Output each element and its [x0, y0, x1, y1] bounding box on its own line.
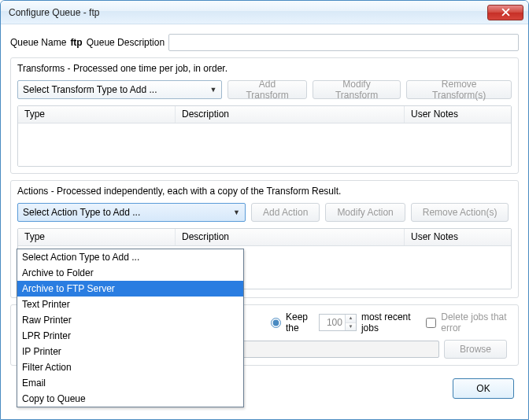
transforms-group: Transforms - Processed one time per job,… — [10, 57, 519, 174]
col-type[interactable]: Type — [18, 106, 176, 123]
transforms-table-body — [18, 123, 511, 167]
delete-error-checkbox[interactable] — [426, 318, 436, 328]
dropdown-option[interactable]: Filter Action — [17, 359, 243, 375]
transform-type-combo[interactable]: Select Transform Type to Add ... ▼ — [17, 80, 222, 99]
col-user-notes[interactable]: User Notes — [405, 229, 511, 245]
dropdown-option[interactable]: Select Action Type to Add ... — [17, 249, 243, 265]
modify-action-button[interactable]: Modify Action — [325, 203, 405, 222]
transform-type-combo-text: Select Transform Type to Add ... — [23, 84, 157, 95]
dropdown-option[interactable]: Email — [17, 375, 243, 391]
spinner-up-icon[interactable]: ▲ — [346, 315, 356, 323]
queue-name-label: Queue Name — [10, 37, 66, 48]
dropdown-option[interactable]: LPR Printer — [17, 328, 243, 344]
recent-count-input[interactable] — [320, 315, 345, 330]
transforms-title: Transforms - Processed one time per job,… — [17, 63, 512, 74]
action-type-dropdown[interactable]: Select Action Type to Add ...Archive to … — [17, 249, 244, 407]
remove-transform-button[interactable]: Remove Transform(s) — [406, 80, 512, 99]
titlebar: Configure Queue - ftp — [1, 1, 528, 24]
dropdown-option[interactable]: Text Printer — [17, 297, 243, 312]
configure-queue-window: Configure Queue - ftp Queue Name ftp Que… — [0, 0, 529, 420]
add-transform-button[interactable]: Add Transform — [228, 80, 306, 99]
delete-error-label: Delete jobs that error — [441, 311, 507, 333]
dropdown-option[interactable]: Raw Printer — [17, 312, 243, 328]
dropdown-option[interactable]: Archive to Folder — [17, 265, 243, 281]
chevron-down-icon: ▼ — [233, 208, 240, 216]
col-description[interactable]: Description — [176, 106, 405, 123]
transforms-table: Type Description User Notes — [17, 105, 512, 167]
spinner-buttons[interactable]: ▲ ▼ — [345, 315, 356, 330]
recent-jobs-label: most recent jobs — [361, 311, 413, 333]
modify-transform-button[interactable]: Modify Transform — [313, 80, 401, 99]
spinner-down-icon[interactable]: ▼ — [346, 323, 356, 331]
action-type-combo[interactable]: Select Action Type to Add ... ▼ — [17, 203, 246, 222]
close-button[interactable] — [487, 5, 523, 20]
chevron-down-icon: ▼ — [209, 86, 216, 94]
dropdown-option[interactable]: IP Printer — [17, 344, 243, 359]
keep-the-label: Keep the — [286, 311, 314, 333]
col-type[interactable]: Type — [18, 229, 176, 245]
ok-button[interactable]: OK — [453, 378, 514, 399]
browse-button[interactable]: Browse — [444, 340, 507, 359]
col-user-notes[interactable]: User Notes — [405, 106, 511, 123]
close-icon — [501, 8, 510, 17]
col-description[interactable]: Description — [176, 229, 405, 245]
recent-count-spinner[interactable]: ▲ ▼ — [319, 314, 357, 331]
actions-title: Actions - Processed independently, each … — [17, 186, 512, 197]
action-type-combo-text: Select Action Type to Add ... — [23, 207, 140, 218]
window-title: Configure Queue - ftp — [9, 7, 487, 18]
queue-description-input[interactable] — [168, 34, 519, 51]
queue-name-value: ftp — [70, 37, 82, 48]
queue-description-label: Queue Description — [87, 37, 165, 48]
dropdown-option[interactable]: Copy to Queue — [17, 391, 243, 407]
add-action-button[interactable]: Add Action — [251, 203, 320, 222]
keep-recent-radio[interactable] — [271, 318, 281, 328]
queue-name-row: Queue Name ftp Queue Description — [10, 34, 519, 51]
remove-action-button[interactable]: Remove Action(s) — [411, 203, 509, 222]
dropdown-option[interactable]: Archive to FTP Server — [17, 281, 243, 297]
